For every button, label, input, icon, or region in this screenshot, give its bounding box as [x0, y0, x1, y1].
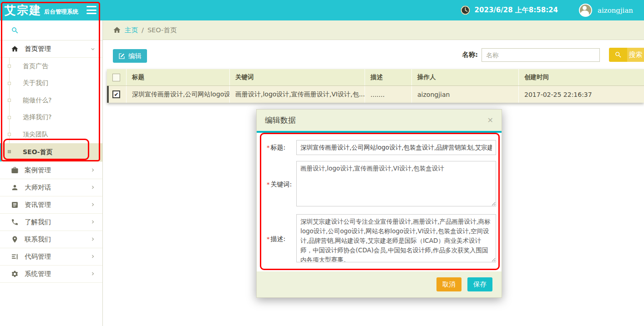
- subitem-label: 首页广告: [23, 62, 48, 70]
- phone-icon: [11, 218, 19, 226]
- sidebar-item-news-manage[interactable]: 资讯管理: [0, 196, 102, 214]
- bullet-icon: [8, 133, 11, 136]
- search-button-label: 搜索: [627, 48, 644, 62]
- sidebar-search[interactable]: [0, 20, 102, 40]
- sidebar-item-home-manage[interactable]: 首页管理: [0, 40, 102, 58]
- home-icon: [11, 45, 19, 53]
- home-icon: [113, 26, 121, 34]
- bullet-icon: [8, 150, 11, 153]
- save-button[interactable]: 保存: [467, 277, 492, 291]
- required-mark: *: [267, 144, 270, 151]
- seo-table: 标题 关键词 描述 操作人 创建时间 深圳宣传画册设计,公司网站logo设计,包…: [107, 69, 644, 103]
- cell-keywords: 画册设计,logo设计,宣传画册设计,VI设计,包...: [230, 86, 365, 103]
- name-search-input[interactable]: [482, 48, 600, 62]
- sidebar-subitem-seo-home-active[interactable]: SEO-首页: [0, 143, 102, 161]
- edit-pencil-icon: [118, 53, 125, 60]
- sidebar-item-code-manage[interactable]: 代码管理: [0, 248, 102, 266]
- code-list-icon: [11, 253, 19, 261]
- breadcrumb-current: SEO-首页: [147, 26, 177, 35]
- column-header-description: 描述: [365, 69, 412, 85]
- sidebar-subitem-what-we-do[interactable]: 能做什么?: [0, 92, 102, 109]
- sidebar-item-contact-us[interactable]: 联系我们: [0, 231, 102, 248]
- search-group: 名称: 搜索: [462, 48, 644, 62]
- sidebar-item-case-manage[interactable]: 案例管理: [0, 162, 102, 179]
- map-pin-icon: [11, 236, 19, 243]
- sidebar-item-label: 了解我们: [25, 218, 51, 226]
- cell-created: 2017-02-25 22:16:37: [519, 86, 644, 103]
- sidebar-item-label: 资讯管理: [25, 201, 51, 209]
- sidebar: 首页管理 首页广告 关于我们 能做什么? 选择我们? 顶尖团队 SEO-首页: [0, 20, 103, 326]
- user-icon: [11, 184, 19, 191]
- search-button[interactable]: 搜索: [609, 48, 644, 62]
- field-label-keywords: *关键词:: [267, 181, 296, 189]
- sidebar-item-label: 系统管理: [25, 270, 51, 278]
- sidebar-item-label: 首页管理: [25, 45, 51, 53]
- table-header-row: 标题 关键词 描述 操作人 创建时间: [107, 69, 644, 86]
- cell-description: .......: [365, 86, 412, 103]
- edit-button[interactable]: 编辑: [113, 49, 147, 63]
- sidebar-item-label: 案例管理: [25, 166, 51, 175]
- username-text[interactable]: aizongjian: [598, 6, 633, 15]
- edit-data-modal: 编辑数据 ✕ *标题: *关键词: 画册设计,logo设计,宣传画册设计,VI设…: [256, 109, 502, 298]
- modal-title: 编辑数据: [265, 115, 296, 125]
- table-row[interactable]: 深圳宣传画册设计,公司网站logo设计,包装... 画册设计,logo设计,宣传…: [107, 86, 644, 103]
- selected-row-stripe: [107, 86, 109, 103]
- bullet-icon: [8, 116, 11, 119]
- modal-header: 编辑数据 ✕: [257, 110, 502, 131]
- breadcrumb-separator: /: [142, 26, 144, 34]
- chevron-right-icon: [90, 236, 96, 242]
- row-checkbox-checked[interactable]: [112, 90, 120, 98]
- sidebar-subitem-about-us[interactable]: 关于我们: [0, 75, 102, 92]
- subitem-label: 能做什么?: [23, 96, 51, 105]
- datetime-text: 2023/6/28 上午8:58:24: [475, 6, 558, 15]
- chevron-right-icon: [90, 201, 96, 208]
- topbar-right: 2023/6/28 上午8:58:24 aizongjian: [460, 4, 644, 17]
- field-row-title: *标题:: [267, 140, 496, 155]
- gear-icon: [11, 270, 19, 278]
- sidebar-subitem-why-us[interactable]: 选择我们?: [0, 109, 102, 126]
- sidebar-item-label: 联系我们: [25, 235, 51, 244]
- sidebar-item-master-dialog[interactable]: 大师对话: [0, 179, 102, 196]
- chevron-down-icon: [90, 46, 96, 52]
- logo-area: 艾宗建 后台管理系统: [0, 0, 103, 20]
- sidebar-subitem-home-ad[interactable]: 首页广告: [0, 58, 102, 75]
- select-all-checkbox[interactable]: [112, 74, 120, 81]
- column-header-keywords: 关键词: [230, 69, 365, 85]
- sidebar-subitem-top-team[interactable]: 顶尖团队: [0, 126, 102, 143]
- topbar: 艾宗建 后台管理系统 2023/6/28 上午8:58:24 aizongjia…: [0, 0, 644, 20]
- cell-title: 深圳宣传画册设计,公司网站logo设计,包装...: [127, 86, 230, 103]
- column-header-created: 创建时间: [519, 69, 644, 85]
- clock-icon: [460, 5, 471, 15]
- keywords-textarea[interactable]: 画册设计,logo设计,宣传画册设计,VI设计,包装盒设计: [296, 161, 496, 206]
- chevron-right-icon: [90, 167, 96, 173]
- name-label: 名称:: [462, 50, 478, 59]
- close-icon[interactable]: ✕: [487, 117, 493, 124]
- title-input[interactable]: [296, 140, 496, 155]
- cancel-button[interactable]: 取消: [436, 277, 461, 291]
- chevron-right-icon: [90, 219, 96, 225]
- home-manage-submenu: 首页广告 关于我们 能做什么? 选择我们? 顶尖团队 SEO-首页: [0, 58, 102, 162]
- column-header-operator: 操作人: [412, 69, 519, 85]
- subitem-label: 选择我们?: [23, 113, 51, 121]
- modal-body: *标题: *关键词: 画册设计,logo设计,宣传画册设计,VI设计,包装盒设计…: [257, 133, 502, 264]
- breadcrumb-home-link[interactable]: 主页: [125, 26, 138, 35]
- bullet-icon: [8, 82, 11, 85]
- required-mark: *: [267, 181, 270, 188]
- sidebar-item-know-us[interactable]: 了解我们: [0, 214, 102, 231]
- toolbar: 编辑 名称: 搜索: [103, 40, 644, 69]
- search-icon: [609, 48, 627, 62]
- news-icon: [11, 201, 19, 209]
- cell-operator: aizongjian: [412, 86, 519, 103]
- field-row-description: *描述: 深圳艾宗建设计公司专注企业宣传册设计,画册设计,产品画册设计,商标lo…: [267, 214, 496, 264]
- sidebar-item-label: 代码管理: [25, 252, 51, 261]
- sidebar-item-system-manage[interactable]: 系统管理: [0, 266, 102, 283]
- breadcrumb: 主页 / SEO-首页: [103, 20, 644, 40]
- briefcase-icon: [11, 166, 19, 174]
- app-logo: 艾宗建: [5, 5, 41, 16]
- hamburger-icon[interactable]: [86, 6, 96, 14]
- description-textarea[interactable]: 深圳艾宗建设计公司专注企业宣传册设计,画册设计,产品画册设计,商标logo设计,…: [296, 214, 496, 262]
- column-header-title: 标题: [127, 69, 230, 85]
- field-row-keywords: *关键词: 画册设计,logo设计,宣传画册设计,VI设计,包装盒设计: [267, 161, 496, 208]
- avatar[interactable]: [579, 4, 592, 17]
- chevron-right-icon: [90, 184, 96, 191]
